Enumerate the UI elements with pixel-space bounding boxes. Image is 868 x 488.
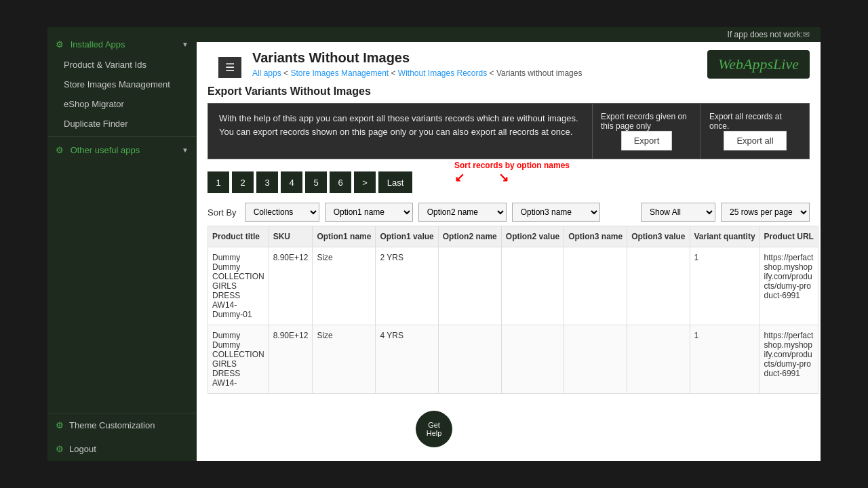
main-area: If app does not work: ✉ ☰ Variants Witho…: [197, 27, 821, 461]
col-product-url: Product URL: [760, 226, 818, 247]
topbar-text: If app does not work:: [728, 30, 803, 39]
other-apps-section[interactable]: ⚙ Other useful apps ▼: [47, 140, 197, 161]
content-header: ☰ Variants Without Images All apps < Sto…: [197, 42, 821, 79]
sidebar-item-product-variant-ids[interactable]: Product & Variant Ids: [47, 55, 197, 75]
breadcrumb-without-link[interactable]: Without Images Records: [398, 68, 487, 78]
topbar: If app does not work: ✉: [197, 27, 821, 42]
other-apps-arrow: ▼: [182, 146, 189, 154]
table-header: Product title SKU Option1 name Option1 v…: [208, 226, 818, 247]
table-cell: Size: [313, 247, 376, 325]
option2-name-select[interactable]: Option2 name: [418, 203, 507, 222]
installed-apps-label: Installed Apps: [71, 39, 125, 49]
col-option3-name: Option3 name: [564, 226, 627, 247]
sidebar-divider: [47, 136, 197, 137]
logo-white: WebApps: [718, 56, 773, 73]
table-cell: [438, 247, 501, 325]
table-cell: Size: [313, 325, 376, 394]
table-cell: [501, 325, 564, 394]
sort-by-label: Sort By: [208, 207, 237, 218]
breadcrumb-store-link[interactable]: Store Images Management: [290, 68, 389, 78]
theme-icon: ⚙: [56, 420, 64, 430]
table-cell: Dummy Dummy COLLECTION GIRLS DRESS AW14-…: [208, 247, 269, 325]
content-area: ☰ Variants Without Images All apps < Sto…: [197, 42, 821, 461]
export-section: Export Variants Without Images With the …: [197, 79, 821, 166]
theme-customization-item[interactable]: ⚙ Theme Customization: [47, 413, 197, 437]
installed-apps-arrow: ▼: [182, 41, 189, 48]
breadcrumb-all-link[interactable]: All apps: [252, 68, 281, 78]
other-apps-label: Other useful apps: [71, 145, 140, 155]
table-cell: Dummy Dummy COLLECTION GIRLS DRESS AW14-: [208, 325, 269, 394]
table-cell: 8.90E+12: [269, 247, 313, 325]
table-cell: https://perfactshop.myshopify.com/produc…: [760, 247, 818, 325]
installed-apps-section[interactable]: ⚙ Installed Apps ▼: [47, 34, 197, 55]
sidebar-item-eshop[interactable]: eShop Migrator: [47, 94, 197, 114]
table-cell: 4 YRS: [376, 325, 438, 394]
hamburger-button[interactable]: ☰: [218, 57, 241, 78]
sidebar-item-store-images[interactable]: Store Images Management: [47, 75, 197, 94]
pagination-row: Sort records by option names ↙ ↘ 1 2 3 4…: [197, 166, 821, 199]
sort-row: Sort By Collections Option1 name Option2…: [197, 199, 821, 226]
page-btn-4[interactable]: 4: [281, 171, 302, 193]
table-body: Dummy Dummy COLLECTION GIRLS DRESS AW14-…: [208, 247, 818, 394]
logo: WebAppsLive: [718, 56, 799, 73]
export-title: Export Variants Without Images: [208, 85, 810, 98]
export-description: With the help of this app you can export…: [208, 104, 592, 159]
table-row: Dummy Dummy COLLECTION GIRLS DRESS AW14-…: [208, 247, 818, 325]
other-apps-icon: ⚙: [56, 145, 64, 155]
page-btn-5[interactable]: 5: [305, 171, 327, 193]
col-option2-name: Option2 name: [438, 226, 501, 247]
export-card-page: Export records given on this page only E…: [592, 104, 701, 159]
col-sku: SKU: [269, 226, 313, 247]
col-option3-value: Option3 value: [627, 226, 690, 247]
logout-icon: ⚙: [56, 444, 64, 454]
table-cell: 1: [690, 247, 760, 325]
page-btn-next[interactable]: >: [354, 171, 376, 193]
logout-item[interactable]: ⚙ Logout: [47, 437, 197, 461]
table-wrapper: Product title SKU Option1 name Option1 v…: [197, 226, 821, 405]
sidebar: ⚙ Installed Apps ▼ Product & Variant Ids…: [47, 27, 197, 461]
page-btn-6[interactable]: 6: [330, 171, 351, 193]
option1-name-select[interactable]: Option1 name: [325, 203, 413, 222]
export-card-all: Export all records at once. Export all: [701, 104, 809, 159]
page-btn-last[interactable]: Last: [378, 171, 412, 193]
sidebar-bottom: ⚙ Theme Customization ⚙ Logout: [47, 413, 197, 461]
breadcrumb-current: Variants without images: [496, 68, 583, 78]
table-cell: https://perfactshop.myshopify.com/produc…: [760, 325, 818, 394]
page-title: Variants Without Images: [252, 50, 582, 66]
export-all-text: Export all records at once.: [709, 112, 801, 131]
logo-box: WebAppsLive: [707, 50, 810, 79]
table-cell: 2 YRS: [376, 247, 438, 325]
option3-name-select[interactable]: Option3 name: [512, 203, 600, 222]
table-row: Dummy Dummy COLLECTION GIRLS DRESS AW14-…: [208, 325, 818, 394]
export-page-button[interactable]: Export: [621, 131, 673, 150]
table-cell: [438, 325, 501, 394]
rows-per-page-select[interactable]: 25 rows per page: [721, 203, 810, 222]
get-help-button[interactable]: Get Help: [416, 411, 452, 447]
table-cell: [627, 325, 690, 394]
topbar-mail-icon: ✉: [803, 30, 810, 39]
table-cell: [501, 247, 564, 325]
page-btn-3[interactable]: 3: [256, 171, 278, 193]
col-option1-name: Option1 name: [313, 226, 376, 247]
apps-icon: ⚙: [56, 39, 64, 49]
header-left: ☰ Variants Without Images All apps < Sto…: [208, 50, 582, 78]
table-cell: [564, 247, 627, 325]
export-page-text: Export records given on this page only: [601, 112, 692, 131]
table-cell: [564, 325, 627, 394]
col-option1-value: Option1 value: [376, 226, 438, 247]
sidebar-item-duplicate[interactable]: Duplicate Finder: [47, 114, 197, 134]
collections-select[interactable]: Collections: [245, 203, 319, 222]
table-cell: 8.90E+12: [269, 325, 313, 394]
table-cell: 1: [690, 325, 760, 394]
variants-table: Product title SKU Option1 name Option1 v…: [208, 226, 818, 394]
page-btn-1[interactable]: 1: [208, 171, 229, 193]
col-option2-value: Option2 value: [501, 226, 564, 247]
sort-annotation: Sort records by option names ↙ ↘: [454, 161, 570, 185]
col-product-title: Product title: [208, 226, 269, 247]
export-cards: With the help of this app you can export…: [208, 103, 810, 159]
breadcrumb: All apps < Store Images Management < Wit…: [252, 68, 582, 78]
show-all-select[interactable]: Show All: [641, 203, 715, 222]
page-btn-2[interactable]: 2: [232, 171, 254, 193]
installed-apps-items: Product & Variant Ids Store Images Manag…: [47, 55, 197, 134]
export-all-button[interactable]: Export all: [724, 131, 786, 150]
